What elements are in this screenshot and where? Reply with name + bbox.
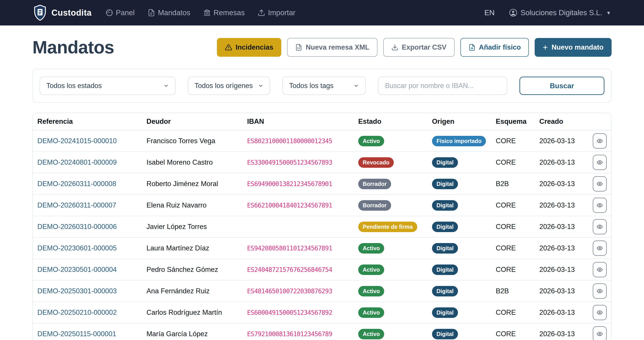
estado-badge: Pendiente de firma — [358, 222, 417, 232]
estado-cell: Activo — [358, 307, 384, 318]
estado-filter-select[interactable]: Todos los estados — [40, 77, 176, 95]
anadir-fisico-button[interactable]: Añadir físico — [460, 38, 529, 57]
esquema-value: CORE — [496, 309, 539, 317]
table-row: DEMO-20260310-000006 Javier López Torres… — [33, 216, 611, 238]
origen-badge: Digital — [432, 243, 458, 254]
download-icon — [391, 44, 398, 51]
nav-item-label: Mandatos — [158, 8, 190, 17]
view-mandato-button[interactable] — [593, 326, 607, 340]
view-mandato-button[interactable] — [593, 284, 607, 299]
eye-icon — [596, 202, 603, 208]
exportar-csv-button[interactable]: Exportar CSV — [383, 38, 454, 57]
esquema-value: B2B — [496, 180, 539, 188]
iban-value: ES3300491500051234567893 — [247, 159, 358, 166]
mandato-reference-link[interactable]: DEMO-20260310-000006 — [37, 223, 146, 231]
shield-logo-icon — [34, 4, 46, 21]
eye-icon — [596, 310, 603, 316]
origen-filter-select[interactable]: Todos los orígenes — [188, 77, 270, 95]
esquema-value: CORE — [496, 244, 539, 252]
nav-item-mandatos[interactable]: Mandatos — [148, 8, 190, 17]
file-plus-icon — [468, 44, 476, 51]
mandato-reference-link[interactable]: DEMO-20230601-000005 — [37, 244, 146, 252]
exportar-csv-label: Exportar CSV — [402, 43, 446, 51]
nav-item-panel[interactable]: Panel — [106, 8, 134, 17]
col-iban: IBAN — [247, 117, 358, 126]
origen-cell: Digital — [432, 265, 458, 275]
navbar: Custodita Panel Mandatos — [0, 0, 644, 25]
col-esquema: Esquema — [496, 117, 539, 126]
chevron-down-icon — [354, 83, 359, 88]
nav-item-remesas[interactable]: Remesas — [203, 8, 245, 17]
mandato-reference-link[interactable]: DEMO-20250115-000001 — [37, 330, 146, 338]
deudor-name: Isabel Moreno Castro — [146, 158, 247, 166]
mandato-reference-link[interactable]: DEMO-20240801-000009 — [37, 158, 146, 166]
table-body: DEMO-20241015-000010 Francisco Torres Ve… — [33, 130, 611, 340]
view-mandato-button[interactable] — [593, 133, 607, 149]
iban-value: ES9420805801101234567891 — [247, 245, 358, 252]
search-input[interactable] — [378, 77, 507, 95]
estado-cell: Borrador — [358, 200, 391, 211]
creado-date: 2026-03-13 — [539, 330, 591, 338]
mandato-reference-link[interactable]: DEMO-20230501-000004 — [37, 266, 146, 274]
nav-item-importar[interactable]: Importar — [258, 8, 296, 17]
view-mandato-button[interactable] — [593, 155, 607, 170]
creado-date: 2026-03-13 — [539, 158, 591, 166]
tags-filter-select[interactable]: Todos los tags — [282, 77, 366, 95]
eye-icon — [596, 138, 603, 144]
estado-cell: Pendiente de firma — [358, 222, 417, 232]
mandato-reference-link[interactable]: DEMO-20260311-000007 — [37, 201, 146, 209]
iban-value: ES8023100001180000012345 — [247, 137, 358, 145]
view-mandato-button[interactable] — [593, 305, 607, 320]
table-row: DEMO-20241015-000010 Francisco Torres Ve… — [33, 130, 611, 152]
origen-badge: Físico importado — [432, 136, 486, 146]
estado-cell: Borrador — [358, 179, 391, 189]
origen-cell: Digital — [432, 200, 458, 211]
creado-date: 2026-03-13 — [539, 201, 591, 209]
view-mandato-button[interactable] — [593, 176, 607, 191]
estado-badge: Borrador — [358, 200, 391, 211]
chevron-down-icon: ▾ — [605, 9, 610, 16]
iban-value: ES7921000813610123456789 — [247, 331, 358, 338]
brand-logo[interactable]: Custodita — [34, 4, 92, 21]
creado-date: 2026-03-13 — [539, 137, 591, 145]
view-mandato-button[interactable] — [593, 262, 607, 277]
incidencias-button[interactable]: Incidencias — [217, 38, 281, 57]
esquema-value: CORE — [496, 201, 539, 209]
origen-cell: Digital — [432, 329, 458, 339]
nuevo-mandato-button[interactable]: + Nuevo mandato — [535, 38, 612, 57]
upload-icon — [258, 9, 265, 16]
col-origen: Origen — [432, 117, 496, 126]
nav-item-label: Panel — [116, 8, 134, 17]
eye-icon — [596, 181, 603, 187]
esquema-value: CORE — [496, 223, 539, 231]
estado-badge: Activo — [358, 265, 384, 275]
language-toggle[interactable]: EN — [484, 8, 495, 17]
deudor-name: Javier López Torres — [146, 223, 247, 231]
document-icon — [148, 9, 155, 16]
col-deudor: Deudor — [146, 117, 247, 126]
origen-badge: Digital — [432, 222, 458, 232]
nav-item-label: Remesas — [214, 8, 245, 17]
view-mandato-button[interactable] — [593, 198, 607, 213]
table-row: DEMO-20250115-000001 María García López … — [33, 324, 611, 340]
estado-cell: Activo — [358, 286, 384, 297]
mandato-reference-link[interactable]: DEMO-20250301-000003 — [37, 287, 146, 295]
deudor-name: Carlos Rodríguez Martín — [146, 309, 247, 317]
origen-badge: Digital — [432, 307, 458, 318]
table-row: DEMO-20260311-000007 Elena Ruiz Navarro … — [33, 195, 611, 216]
view-mandato-button[interactable] — [593, 219, 607, 234]
deudor-name: Francisco Torres Vega — [146, 137, 247, 145]
estado-cell: Revocado — [358, 157, 394, 168]
account-menu[interactable]: Soluciones Digitales S.L. ▾ — [509, 8, 610, 17]
eye-icon — [596, 331, 603, 337]
table-header-row: Referencia Deudor IBAN Estado Origen Esq… — [33, 113, 611, 130]
buscar-button[interactable]: Buscar — [520, 77, 604, 95]
view-mandato-button[interactable] — [593, 241, 607, 256]
mandato-reference-link[interactable]: DEMO-20241015-000010 — [37, 137, 146, 145]
mandato-reference-link[interactable]: DEMO-20250210-000002 — [37, 309, 146, 317]
nueva-remesa-xml-button[interactable]: Nueva remesa XML — [287, 38, 377, 57]
nav-right: EN Soluciones Digitales S.L. ▾ — [484, 8, 610, 17]
mandato-reference-link[interactable]: DEMO-20260311-000008 — [37, 180, 146, 188]
origen-cell: Digital — [432, 179, 458, 189]
estado-cell: Activo — [358, 136, 384, 146]
